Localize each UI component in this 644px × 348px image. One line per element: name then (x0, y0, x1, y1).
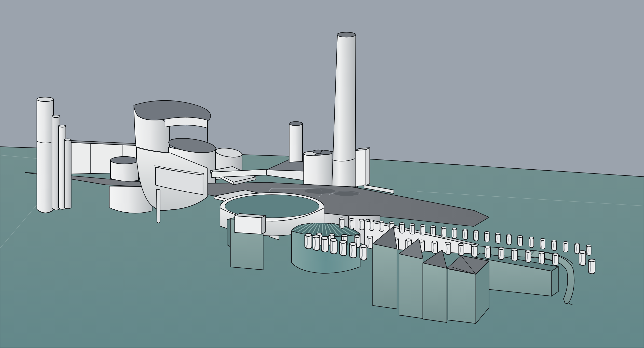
prism-wall (423, 263, 447, 322)
fin-shell (420, 225, 425, 235)
fin-shell (563, 242, 568, 252)
cluster-top-dark (320, 151, 332, 155)
fin-shell (321, 237, 328, 252)
top-face (110, 157, 138, 164)
vent-cylinder[interactable] (289, 122, 302, 162)
fin-shell (330, 239, 337, 254)
fin-shell (518, 235, 522, 246)
blade-face (157, 189, 160, 223)
cube-side (261, 216, 266, 234)
fin-shell (579, 251, 586, 265)
fin-shell (498, 247, 504, 259)
fin-shell (410, 224, 415, 234)
fin-shell (400, 223, 404, 233)
body (289, 124, 302, 162)
cylinder-body (37, 99, 54, 213)
blade-fin[interactable] (157, 189, 160, 223)
fin-shell (552, 240, 556, 250)
cube-front (235, 216, 261, 234)
fin-shell (458, 243, 464, 256)
fin-shell (529, 237, 534, 247)
fin-shell (432, 241, 438, 253)
fin-shell (588, 259, 595, 274)
cylinder-body (64, 140, 71, 209)
cylinder-top (37, 97, 54, 102)
top-face (289, 122, 302, 126)
fin-shell (452, 228, 457, 238)
cylinder-cluster[interactable] (304, 150, 332, 190)
fin-shell (506, 234, 512, 245)
chimney-top-face (337, 32, 356, 37)
modeling-viewport[interactable] (0, 0, 644, 348)
fin-shell (512, 249, 517, 261)
front (355, 150, 366, 186)
prism-wall (373, 244, 397, 309)
fin-shell (339, 218, 344, 228)
side (366, 148, 370, 186)
cylinder-top (52, 115, 60, 118)
fin-shell (349, 218, 354, 229)
fin-shell (441, 227, 446, 237)
cylinder-top (58, 125, 66, 127)
fin-shell (340, 240, 347, 256)
fin-shell (431, 226, 436, 236)
teal-box-side (227, 219, 230, 247)
fin-shell (552, 253, 558, 265)
cluster-bodies (304, 153, 332, 190)
fin-shell (474, 230, 478, 241)
box-side (552, 267, 558, 296)
fin-shell (445, 242, 451, 254)
fin-shell (525, 250, 531, 262)
fin-shell (369, 220, 374, 230)
fin-shell (472, 244, 477, 257)
fin-shell (463, 229, 468, 240)
fin-shell (305, 233, 312, 249)
cube-on-teal-box[interactable] (227, 214, 266, 270)
fin-shell (484, 231, 489, 242)
fin-shell (586, 245, 591, 255)
prism-wall (448, 269, 476, 323)
fin-shell (359, 219, 364, 230)
fin-shell (485, 246, 490, 258)
fin-shell (360, 245, 367, 260)
fin-shell (379, 221, 384, 231)
cylinder-top (64, 139, 71, 141)
fin-shell (496, 233, 500, 243)
fin-shell (350, 243, 356, 258)
base-shadow (334, 191, 360, 196)
fin-shell (539, 252, 544, 264)
fin-shell (313, 235, 320, 250)
fin-shell (367, 236, 373, 248)
prism-wall (399, 254, 423, 318)
fin-shell (540, 238, 545, 249)
base-shadow (304, 188, 335, 194)
